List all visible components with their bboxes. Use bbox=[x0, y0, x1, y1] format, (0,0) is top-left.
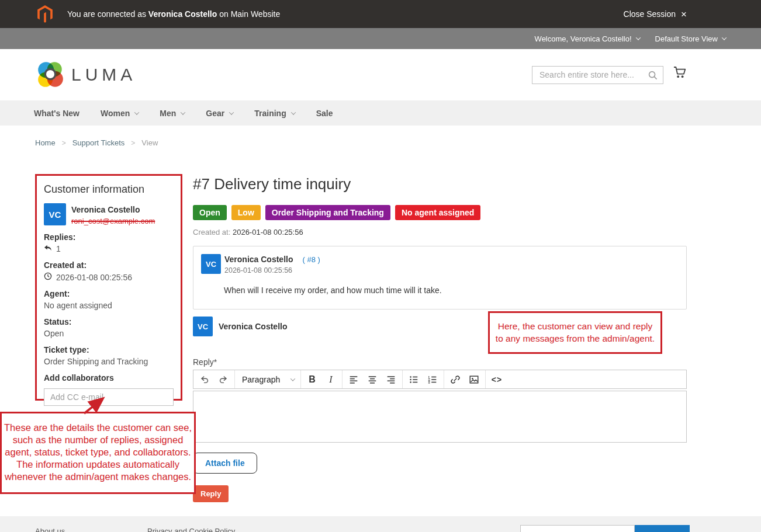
reply-submit-button[interactable]: Reply bbox=[193, 485, 229, 502]
breadcrumb: Home > Support Tickets > View bbox=[35, 138, 761, 147]
ticket-badges: Open Low Order Shipping and Tracking No … bbox=[193, 205, 687, 220]
ticket-type-label: Ticket type: bbox=[44, 345, 174, 354]
ticket-created-line: Created at: 2026-01-08 00:25:56 bbox=[193, 228, 687, 237]
ticket-message-card: VC Veronica Costello ( #8 ) 2026-01-08 0… bbox=[193, 246, 687, 310]
align-right-icon[interactable] bbox=[382, 370, 400, 388]
breadcrumb-support-tickets[interactable]: Support Tickets bbox=[72, 138, 125, 147]
nav-item-women[interactable]: Women bbox=[101, 109, 139, 118]
reply-field-label: Reply* bbox=[193, 357, 687, 367]
editor-toolbar: Paragraph B I bbox=[193, 370, 687, 389]
ticket-title: #7 Delivery time inquiry bbox=[193, 175, 687, 193]
chevron-down-icon bbox=[229, 110, 234, 114]
breadcrumb-home[interactable]: Home bbox=[35, 138, 56, 147]
store-view-label: Default Store View bbox=[655, 34, 718, 43]
connected-user-name: Veronica Costello bbox=[148, 9, 217, 19]
reply-arrow-icon bbox=[44, 244, 52, 253]
welcome-label: Welcome, Veronica Costello! bbox=[535, 34, 632, 43]
add-cc-email-input[interactable] bbox=[44, 388, 174, 406]
nav-item-training[interactable]: Training bbox=[254, 109, 295, 118]
footer-link-about-us[interactable]: About us bbox=[35, 527, 65, 532]
redo-icon[interactable] bbox=[214, 370, 233, 388]
annotation-arrow-icon bbox=[79, 395, 109, 419]
reply-author-avatar: VC bbox=[193, 317, 213, 336]
link-icon[interactable] bbox=[446, 370, 465, 388]
agent-label: Agent: bbox=[44, 289, 174, 298]
search-box bbox=[532, 66, 663, 84]
nav-item-gear[interactable]: Gear bbox=[206, 109, 233, 118]
ticket-type-badge: Order Shipping and Tracking bbox=[265, 205, 390, 220]
message-reference-link[interactable]: ( #8 ) bbox=[302, 255, 320, 264]
store-view-dropdown[interactable]: Default Store View bbox=[655, 34, 726, 43]
priority-badge: Low bbox=[231, 205, 261, 220]
main-nav: What's New Women Men Gear Training Sale bbox=[0, 100, 761, 126]
admin-session-bar: You are connected as Veronica Costello o… bbox=[0, 0, 761, 28]
align-center-icon[interactable] bbox=[363, 370, 382, 388]
numbered-list-icon[interactable] bbox=[423, 370, 442, 388]
chevron-down-icon bbox=[290, 376, 295, 381]
luma-logo[interactable]: LUMA bbox=[35, 60, 136, 90]
attach-file-button[interactable]: Attach file bbox=[193, 453, 257, 474]
status-value: Open bbox=[44, 329, 174, 338]
image-icon[interactable] bbox=[465, 370, 483, 388]
message-author: Veronica Costello bbox=[224, 255, 293, 264]
customer-information-panel: Customer information VC Veronica Costell… bbox=[35, 174, 182, 401]
message-avatar: VC bbox=[201, 254, 221, 274]
customer-email-redacted: roni_cost@example.com bbox=[71, 217, 155, 225]
align-left-icon[interactable] bbox=[344, 370, 363, 388]
close-session-button[interactable]: Close Session × bbox=[624, 9, 687, 19]
footer-link-privacy[interactable]: Privacy and Cookie Policy bbox=[147, 527, 235, 532]
page-footer: About us Privacy and Cookie Policy bbox=[0, 516, 761, 532]
nav-item-men[interactable]: Men bbox=[160, 109, 185, 118]
magento-logo-icon bbox=[37, 5, 53, 23]
annotation-side-note: Here, the customer can view and reply to… bbox=[488, 311, 662, 354]
source-code-icon[interactable]: <> bbox=[487, 370, 506, 388]
message-timestamp: 2026-01-08 00:25:56 bbox=[224, 266, 320, 274]
customer-avatar: VC bbox=[44, 203, 66, 225]
welcome-customer-dropdown[interactable]: Welcome, Veronica Costello! bbox=[535, 34, 640, 43]
nav-item-whats-new[interactable]: What's New bbox=[34, 109, 79, 118]
breadcrumb-separator: > bbox=[131, 139, 135, 147]
agent-badge: No agent assigned bbox=[395, 205, 480, 220]
welcome-bar: Welcome, Veronica Costello! Default Stor… bbox=[0, 28, 761, 49]
panel-title: Customer information bbox=[44, 183, 174, 196]
newsletter-email-input[interactable] bbox=[520, 525, 635, 532]
breadcrumb-separator: > bbox=[62, 139, 66, 147]
replies-count: 1 bbox=[56, 244, 61, 253]
bullet-list-icon[interactable] bbox=[404, 370, 423, 388]
chevron-down-icon bbox=[635, 35, 640, 40]
customer-name: Veronica Costello bbox=[71, 205, 155, 214]
store-header: LUMA bbox=[0, 49, 761, 100]
newsletter-subscribe-button[interactable] bbox=[635, 525, 690, 532]
chevron-down-icon bbox=[181, 110, 185, 114]
search-input[interactable] bbox=[532, 67, 663, 84]
message-body: When will I receive my order, and how mu… bbox=[224, 286, 679, 295]
ticket-type-value: Order Shipping and Tracking bbox=[44, 357, 174, 366]
luma-wordmark: LUMA bbox=[71, 65, 136, 85]
connected-as-text: You are connected as Veronica Costello o… bbox=[67, 9, 280, 19]
chevron-down-icon bbox=[134, 110, 139, 114]
annotation-bottom-note: These are the details the customer can s… bbox=[0, 412, 196, 494]
agent-value: No agent assigned bbox=[44, 301, 174, 310]
created-at-value: 2026-01-08 00:25:56 bbox=[56, 273, 132, 282]
paragraph-format-select[interactable]: Paragraph bbox=[235, 370, 300, 388]
cart-icon[interactable] bbox=[673, 66, 687, 81]
close-icon: × bbox=[681, 9, 687, 19]
luma-logo-icon bbox=[35, 60, 65, 90]
nav-item-sale[interactable]: Sale bbox=[316, 109, 333, 118]
close-session-label: Close Session bbox=[624, 9, 676, 19]
clock-icon bbox=[44, 272, 52, 282]
add-collaborators-label: Add collaborators bbox=[44, 373, 174, 383]
bold-icon[interactable]: B bbox=[303, 370, 321, 388]
undo-icon[interactable] bbox=[195, 370, 214, 388]
search-icon[interactable] bbox=[648, 70, 658, 83]
status-badge: Open bbox=[193, 205, 227, 220]
reply-editor-textarea[interactable] bbox=[193, 391, 687, 443]
replies-label: Replies: bbox=[44, 232, 174, 242]
italic-icon[interactable]: I bbox=[321, 370, 340, 388]
reply-author-name: Veronica Costello bbox=[219, 322, 287, 331]
status-label: Status: bbox=[44, 317, 174, 326]
created-at-label: Created at: bbox=[44, 260, 174, 270]
chevron-down-icon bbox=[722, 35, 727, 40]
page: You are connected as Veronica Costello o… bbox=[0, 0, 761, 532]
breadcrumb-current: View bbox=[141, 138, 158, 147]
